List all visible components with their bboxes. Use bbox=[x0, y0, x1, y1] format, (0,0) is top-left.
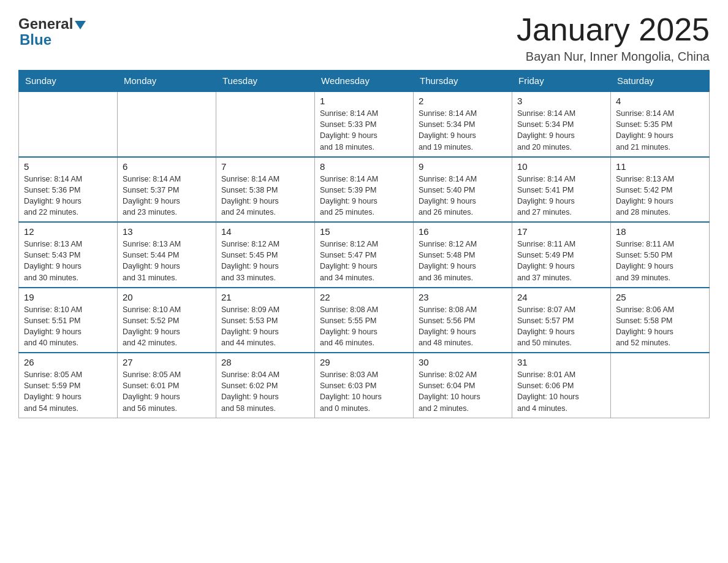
logo-triangle-icon bbox=[75, 21, 86, 29]
day-info: Sunrise: 8:12 AM Sunset: 5:45 PM Dayligh… bbox=[221, 239, 309, 283]
day-info: Sunrise: 8:14 AM Sunset: 5:34 PM Dayligh… bbox=[517, 108, 605, 153]
calendar-cell: 8Sunrise: 8:14 AM Sunset: 5:39 PM Daylig… bbox=[315, 157, 414, 223]
calendar-cell: 20Sunrise: 8:10 AM Sunset: 5:52 PM Dayli… bbox=[118, 288, 216, 353]
day-number: 24 bbox=[517, 292, 605, 302]
day-number: 23 bbox=[419, 292, 507, 302]
day-info: Sunrise: 8:14 AM Sunset: 5:35 PM Dayligh… bbox=[616, 108, 704, 153]
calendar-cell: 30Sunrise: 8:02 AM Sunset: 6:04 PM Dayli… bbox=[414, 353, 512, 418]
calendar-cell: 4Sunrise: 8:14 AM Sunset: 5:35 PM Daylig… bbox=[611, 91, 710, 157]
calendar-week-row-5: 26Sunrise: 8:05 AM Sunset: 5:59 PM Dayli… bbox=[19, 353, 710, 418]
page-header: General Blue January 2025 Bayan Nur, Inn… bbox=[18, 12, 710, 64]
day-number: 7 bbox=[221, 161, 309, 172]
calendar-cell: 17Sunrise: 8:11 AM Sunset: 5:49 PM Dayli… bbox=[512, 222, 611, 288]
calendar-header-wednesday: Wednesday bbox=[315, 71, 414, 92]
day-info: Sunrise: 8:02 AM Sunset: 6:04 PM Dayligh… bbox=[419, 369, 507, 414]
calendar-cell: 31Sunrise: 8:01 AM Sunset: 6:06 PM Dayli… bbox=[512, 353, 611, 418]
calendar-header-thursday: Thursday bbox=[414, 71, 512, 92]
calendar-cell: 16Sunrise: 8:12 AM Sunset: 5:48 PM Dayli… bbox=[414, 222, 512, 288]
day-info: Sunrise: 8:13 AM Sunset: 5:43 PM Dayligh… bbox=[24, 239, 112, 283]
day-number: 16 bbox=[419, 226, 507, 237]
logo: General Blue bbox=[18, 12, 86, 48]
day-number: 1 bbox=[320, 96, 408, 106]
day-number: 27 bbox=[123, 357, 211, 367]
calendar-header-monday: Monday bbox=[118, 71, 216, 92]
calendar-week-row-1: 1Sunrise: 8:14 AM Sunset: 5:33 PM Daylig… bbox=[19, 91, 710, 157]
calendar-cell: 21Sunrise: 8:09 AM Sunset: 5:53 PM Dayli… bbox=[216, 288, 315, 353]
day-number: 9 bbox=[419, 161, 507, 172]
day-number: 20 bbox=[123, 292, 211, 302]
day-info: Sunrise: 8:04 AM Sunset: 6:02 PM Dayligh… bbox=[221, 369, 309, 414]
logo-blue-text: Blue bbox=[20, 31, 51, 48]
day-info: Sunrise: 8:10 AM Sunset: 5:51 PM Dayligh… bbox=[24, 304, 112, 349]
month-title: January 2025 bbox=[517, 12, 710, 47]
day-number: 17 bbox=[517, 226, 605, 237]
day-number: 2 bbox=[419, 96, 507, 106]
day-info: Sunrise: 8:14 AM Sunset: 5:41 PM Dayligh… bbox=[517, 174, 605, 218]
day-number: 12 bbox=[24, 226, 112, 237]
calendar-week-row-3: 12Sunrise: 8:13 AM Sunset: 5:43 PM Dayli… bbox=[19, 222, 710, 288]
day-info: Sunrise: 8:14 AM Sunset: 5:37 PM Dayligh… bbox=[123, 174, 211, 218]
day-number: 22 bbox=[320, 292, 408, 302]
day-number: 14 bbox=[221, 226, 309, 237]
calendar-cell: 24Sunrise: 8:07 AM Sunset: 5:57 PM Dayli… bbox=[512, 288, 611, 353]
day-info: Sunrise: 8:13 AM Sunset: 5:44 PM Dayligh… bbox=[123, 239, 211, 283]
calendar-cell: 26Sunrise: 8:05 AM Sunset: 5:59 PM Dayli… bbox=[19, 353, 118, 418]
calendar-cell: 5Sunrise: 8:14 AM Sunset: 5:36 PM Daylig… bbox=[19, 157, 118, 223]
day-info: Sunrise: 8:13 AM Sunset: 5:42 PM Dayligh… bbox=[616, 174, 704, 218]
calendar-cell: 6Sunrise: 8:14 AM Sunset: 5:37 PM Daylig… bbox=[118, 157, 216, 223]
day-number: 31 bbox=[517, 357, 605, 367]
day-number: 6 bbox=[123, 161, 211, 172]
day-number: 13 bbox=[123, 226, 211, 237]
calendar-cell bbox=[118, 91, 216, 157]
day-info: Sunrise: 8:11 AM Sunset: 5:49 PM Dayligh… bbox=[517, 239, 605, 283]
day-info: Sunrise: 8:05 AM Sunset: 6:01 PM Dayligh… bbox=[123, 369, 211, 414]
day-info: Sunrise: 8:06 AM Sunset: 5:58 PM Dayligh… bbox=[616, 304, 704, 349]
calendar-table: SundayMondayTuesdayWednesdayThursdayFrid… bbox=[18, 70, 710, 418]
calendar-cell: 22Sunrise: 8:08 AM Sunset: 5:55 PM Dayli… bbox=[315, 288, 414, 353]
calendar-cell bbox=[611, 353, 710, 418]
calendar-cell: 23Sunrise: 8:08 AM Sunset: 5:56 PM Dayli… bbox=[414, 288, 512, 353]
day-info: Sunrise: 8:10 AM Sunset: 5:52 PM Dayligh… bbox=[123, 304, 211, 349]
day-info: Sunrise: 8:07 AM Sunset: 5:57 PM Dayligh… bbox=[517, 304, 605, 349]
logo-general-text: General bbox=[18, 15, 73, 33]
calendar-cell: 10Sunrise: 8:14 AM Sunset: 5:41 PM Dayli… bbox=[512, 157, 611, 223]
calendar-cell: 12Sunrise: 8:13 AM Sunset: 5:43 PM Dayli… bbox=[19, 222, 118, 288]
day-number: 15 bbox=[320, 226, 408, 237]
calendar-cell: 19Sunrise: 8:10 AM Sunset: 5:51 PM Dayli… bbox=[19, 288, 118, 353]
day-number: 8 bbox=[320, 161, 408, 172]
calendar-cell: 11Sunrise: 8:13 AM Sunset: 5:42 PM Dayli… bbox=[611, 157, 710, 223]
day-info: Sunrise: 8:08 AM Sunset: 5:56 PM Dayligh… bbox=[419, 304, 507, 349]
calendar-week-row-4: 19Sunrise: 8:10 AM Sunset: 5:51 PM Dayli… bbox=[19, 288, 710, 353]
day-info: Sunrise: 8:14 AM Sunset: 5:34 PM Dayligh… bbox=[419, 108, 507, 153]
calendar-cell: 9Sunrise: 8:14 AM Sunset: 5:40 PM Daylig… bbox=[414, 157, 512, 223]
calendar-cell bbox=[19, 91, 118, 157]
calendar-cell: 29Sunrise: 8:03 AM Sunset: 6:03 PM Dayli… bbox=[315, 353, 414, 418]
day-number: 3 bbox=[517, 96, 605, 106]
day-info: Sunrise: 8:11 AM Sunset: 5:50 PM Dayligh… bbox=[616, 239, 704, 283]
day-number: 5 bbox=[24, 161, 112, 172]
day-info: Sunrise: 8:08 AM Sunset: 5:55 PM Dayligh… bbox=[320, 304, 408, 349]
calendar-cell: 13Sunrise: 8:13 AM Sunset: 5:44 PM Dayli… bbox=[118, 222, 216, 288]
calendar-week-row-2: 5Sunrise: 8:14 AM Sunset: 5:36 PM Daylig… bbox=[19, 157, 710, 223]
day-info: Sunrise: 8:01 AM Sunset: 6:06 PM Dayligh… bbox=[517, 369, 605, 414]
day-info: Sunrise: 8:12 AM Sunset: 5:47 PM Dayligh… bbox=[320, 239, 408, 283]
calendar-cell: 1Sunrise: 8:14 AM Sunset: 5:33 PM Daylig… bbox=[315, 91, 414, 157]
calendar-cell: 18Sunrise: 8:11 AM Sunset: 5:50 PM Dayli… bbox=[611, 222, 710, 288]
calendar-header-row: SundayMondayTuesdayWednesdayThursdayFrid… bbox=[19, 71, 710, 92]
day-info: Sunrise: 8:14 AM Sunset: 5:40 PM Dayligh… bbox=[419, 174, 507, 218]
day-number: 19 bbox=[24, 292, 112, 302]
day-info: Sunrise: 8:14 AM Sunset: 5:38 PM Dayligh… bbox=[221, 174, 309, 218]
day-info: Sunrise: 8:09 AM Sunset: 5:53 PM Dayligh… bbox=[221, 304, 309, 349]
day-number: 18 bbox=[616, 226, 704, 237]
day-number: 10 bbox=[517, 161, 605, 172]
calendar-header-saturday: Saturday bbox=[611, 71, 710, 92]
calendar-cell: 7Sunrise: 8:14 AM Sunset: 5:38 PM Daylig… bbox=[216, 157, 315, 223]
day-number: 28 bbox=[221, 357, 309, 367]
calendar-header-sunday: Sunday bbox=[19, 71, 118, 92]
location-text: Bayan Nur, Inner Mongolia, China bbox=[517, 50, 710, 64]
day-number: 30 bbox=[419, 357, 507, 367]
day-info: Sunrise: 8:14 AM Sunset: 5:33 PM Dayligh… bbox=[320, 108, 408, 153]
calendar-header-friday: Friday bbox=[512, 71, 611, 92]
day-info: Sunrise: 8:03 AM Sunset: 6:03 PM Dayligh… bbox=[320, 369, 408, 414]
day-info: Sunrise: 8:14 AM Sunset: 5:36 PM Dayligh… bbox=[24, 174, 112, 218]
